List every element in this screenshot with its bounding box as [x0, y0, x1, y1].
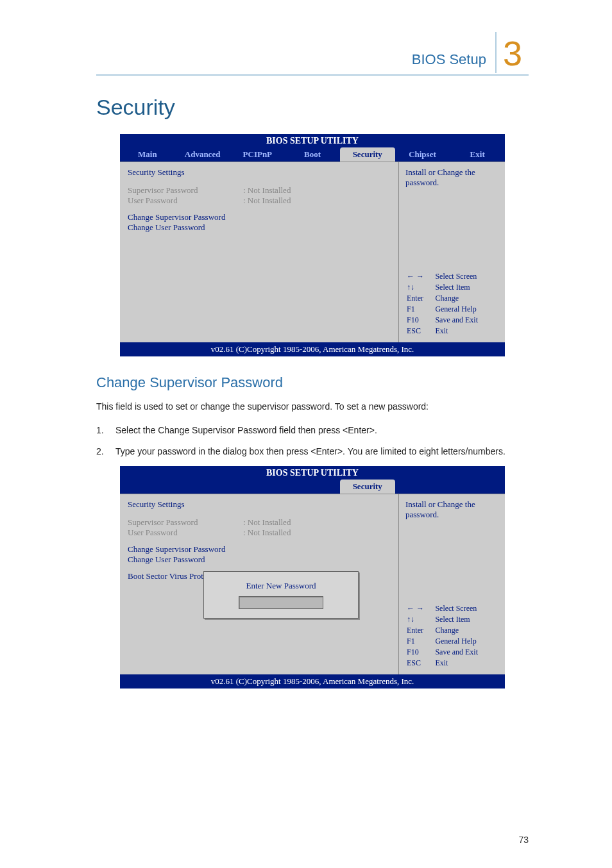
- supervisor-password-label: Supervisor Password: [128, 185, 243, 196]
- step-2: 2. Type your password in the dialog box …: [96, 445, 529, 458]
- supervisor-password-row: Supervisor Password : Not Installed: [128, 185, 391, 196]
- user-password-row-2: User Password : Not Installed: [128, 528, 391, 538]
- supervisor-password-value: : Not Installed: [243, 185, 291, 196]
- sub-title: Change Supervisor Password: [96, 374, 529, 391]
- bios-footer: v02.61 (C)Copyright 1985-2006, American …: [120, 342, 505, 356]
- bios-help-text-2: Install or Change the password.: [405, 499, 498, 520]
- section-title: Security: [96, 95, 529, 120]
- tab-boot[interactable]: Boot: [285, 147, 340, 162]
- tab-security-2[interactable]: Security: [340, 480, 395, 494]
- chapter-number: 3: [503, 36, 522, 71]
- page-header: BIOS Setup 3: [96, 32, 529, 76]
- change-supervisor-password-link-2[interactable]: Change Supervisor Password: [128, 544, 391, 555]
- supervisor-password-row-2: Supervisor Password : Not Installed: [128, 517, 391, 528]
- step-1-num: 1.: [96, 424, 115, 437]
- change-user-password-link-2[interactable]: Change User Password: [128, 555, 391, 565]
- page-number: 73: [518, 835, 529, 845]
- user-password-value: : Not Installed: [243, 196, 291, 206]
- user-password-row: User Password : Not Installed: [128, 196, 391, 206]
- bios-utility-title: BIOS SETUP UTILITY: [120, 134, 505, 147]
- tab-chipset[interactable]: Chipset: [395, 147, 450, 162]
- password-input[interactable]: [239, 596, 323, 609]
- step-1: 1. Select the Change Supervisor Password…: [96, 424, 529, 437]
- bios-left-pane: Security Settings Supervisor Password : …: [120, 162, 399, 342]
- bios-left-pane-2: Security Settings Supervisor Password : …: [120, 494, 399, 674]
- bios-tabs-2: . . . . Security . .: [120, 480, 505, 494]
- bios-nav-help-2: ← →Select Screen ↑↓Select Item EnterChan…: [405, 603, 498, 669]
- change-user-password-link[interactable]: Change User Password: [128, 222, 391, 233]
- tab-pcipnp[interactable]: PCIPnP: [230, 147, 285, 162]
- security-settings-head: Security Settings: [128, 167, 391, 178]
- chapter-box: 3: [495, 32, 529, 73]
- step-1-text: Select the Change Supervisor Password fi…: [115, 424, 529, 437]
- tab-security[interactable]: Security: [340, 147, 395, 162]
- bios-footer-2: v02.61 (C)Copyright 1985-2006, American …: [120, 674, 505, 689]
- header-title: BIOS Setup: [412, 51, 486, 72]
- bios-screenshot-1: BIOS SETUP UTILITY Main Advanced PCIPnP …: [120, 134, 505, 356]
- tab-exit[interactable]: Exit: [450, 147, 505, 162]
- change-supervisor-password-link[interactable]: Change Supervisor Password: [128, 212, 391, 222]
- intro-paragraph: This field is used to set or change the …: [96, 400, 529, 413]
- step-2-text: Type your password in the dialog box the…: [115, 445, 529, 458]
- bios-right-pane: Install or Change the password. ← →Selec…: [399, 162, 505, 342]
- bios-screenshot-2: BIOS SETUP UTILITY . . . . Security . . …: [120, 466, 505, 689]
- password-dialog: Enter New Password: [203, 571, 359, 619]
- tab-advanced[interactable]: Advanced: [175, 147, 230, 162]
- user-password-label: User Password: [128, 196, 243, 206]
- bios-right-pane-2: Install or Change the password. ← →Selec…: [399, 494, 505, 674]
- tab-main[interactable]: Main: [120, 147, 175, 162]
- step-2-num: 2.: [96, 445, 115, 458]
- bios-nav-help: ← →Select Screen ↑↓Select Item EnterChan…: [405, 271, 498, 337]
- bios-tabs: Main Advanced PCIPnP Boot Security Chips…: [120, 147, 505, 162]
- bios-utility-title-2: BIOS SETUP UTILITY: [120, 466, 505, 480]
- dialog-title: Enter New Password: [246, 581, 316, 591]
- security-settings-head-2: Security Settings: [128, 499, 391, 510]
- bios-help-text: Install or Change the password.: [405, 167, 498, 188]
